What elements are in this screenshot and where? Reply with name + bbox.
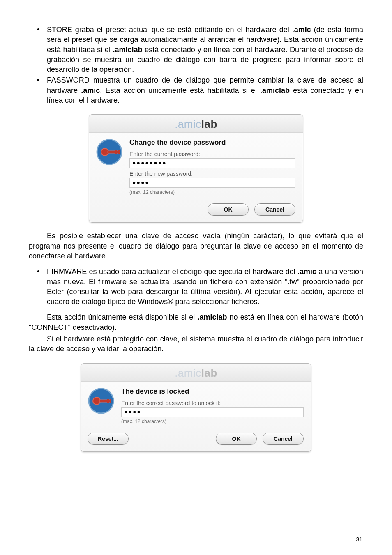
bulleted-list-1: STORE graba el preset actual que se está… <box>29 25 363 105</box>
bulleted-list-2: FIRMWARE es usado para actualizar el cód… <box>29 267 363 306</box>
dialog-heading: The device is locked <box>121 387 304 396</box>
ok-button[interactable]: OK <box>208 203 249 216</box>
svg-rect-5 <box>118 150 120 154</box>
text-bold: .amiclab <box>197 313 227 321</box>
svg-point-8 <box>93 397 100 405</box>
svg-rect-3 <box>108 151 119 153</box>
list-item: FIRMWARE es usado para actualizar el cód… <box>47 267 363 306</box>
text-bold: .amic <box>292 25 311 34</box>
current-password-input[interactable]: ●●●●●●●● <box>129 158 295 168</box>
logo-lab: lab <box>201 118 217 130</box>
text-bold: .amiclab <box>260 86 290 94</box>
unlock-password-label: Enter the correct password to unlock it: <box>121 400 304 406</box>
logo-amic: .amic <box>175 367 201 379</box>
text: FIRMWARE es usado para actualizar el cód… <box>47 267 297 276</box>
svg-rect-9 <box>99 400 111 402</box>
dialog-title-bar: .amiclab <box>81 364 311 382</box>
text: STORE graba el preset actual que se está… <box>47 25 292 34</box>
svg-rect-4 <box>115 150 117 154</box>
reset-button[interactable]: Reset... <box>88 433 129 445</box>
paragraph: Esta acción únicamente está disponible s… <box>29 312 363 332</box>
app-logo: .amiclab <box>175 118 217 130</box>
page-number: 31 <box>356 536 362 543</box>
change-password-dialog: .amiclab Change the device password Ent <box>29 114 363 223</box>
svg-rect-10 <box>107 399 109 403</box>
paragraph: Es posible establecer una clave de acces… <box>29 231 363 261</box>
text: Es posible establecer una clave de acces… <box>29 232 363 260</box>
new-password-label: Enter the new password: <box>129 170 295 177</box>
paragraph: Si el hardware está protegido con clave,… <box>29 334 363 354</box>
unlock-password-input[interactable]: ●●●● <box>121 407 304 417</box>
text-bold: .amic <box>297 267 316 276</box>
current-password-label: Enter the current password: <box>129 151 295 157</box>
app-logo: .amiclab <box>175 367 217 379</box>
logo-amic: .amic <box>175 118 201 130</box>
text: Esta acción únicamente está disponible s… <box>47 313 197 321</box>
ok-button[interactable]: OK <box>216 433 257 445</box>
dialog-heading: Change the device password <box>129 138 295 147</box>
cancel-button[interactable]: Cancel <box>263 433 304 445</box>
logo-lab: lab <box>201 367 217 379</box>
svg-rect-11 <box>110 399 111 403</box>
key-icon <box>88 387 115 415</box>
cancel-button[interactable]: Cancel <box>254 203 295 216</box>
text-bold: .amic <box>81 86 100 94</box>
list-item: PASSWORD muestra un cuadro de de diálogo… <box>47 75 363 105</box>
device-locked-dialog: .amiclab The device is locked Enter the <box>29 363 363 452</box>
text: . Esta acción únicamente está habilitada… <box>100 86 260 94</box>
text: Si el hardware está protegido con clave,… <box>29 335 363 353</box>
svg-point-2 <box>101 148 108 156</box>
password-hint: (max. 12 characters) <box>129 189 295 195</box>
key-icon <box>96 138 123 166</box>
list-item: STORE graba el preset actual que se está… <box>47 25 363 74</box>
text-bold: .amiclab <box>113 46 142 54</box>
new-password-input[interactable]: ●●●● <box>129 178 295 188</box>
dialog-title-bar: .amiclab <box>89 115 303 133</box>
password-hint: (max. 12 characters) <box>121 419 304 424</box>
